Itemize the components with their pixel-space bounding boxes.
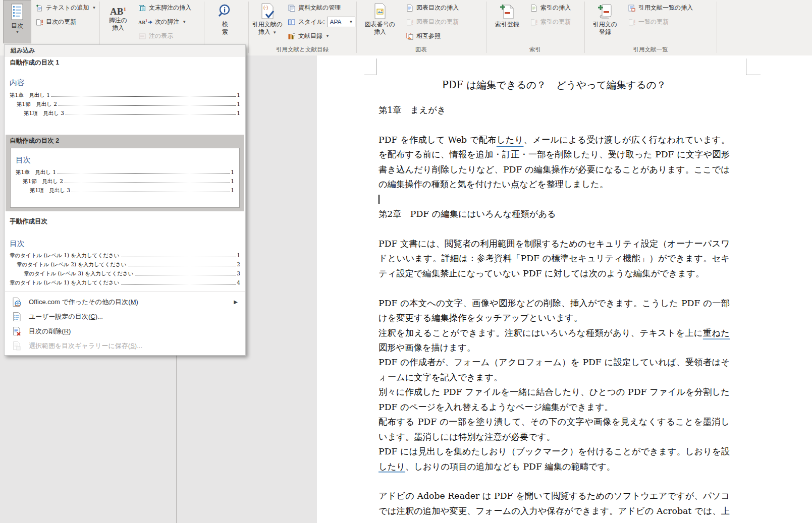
style-combobox[interactable]: APA ▼ [327, 17, 355, 27]
chevron-down-icon: ▼ [349, 20, 353, 24]
toc-preview-entry: 第1節 見出し 21 [10, 101, 240, 110]
mark-citation-button[interactable]: 引用文の 登録 [588, 0, 622, 43]
word-window: 目次 ▼ テキストの追加 ▼ 目次の更新 AB1 脚注の 挿入 [i] 文末脚注… [0, 0, 812, 523]
toc-preview-entry: 第1節 見出し 21 [16, 178, 234, 187]
update-index-label: 索引の更新 [540, 18, 571, 26]
style-label: スタイル: [298, 18, 324, 26]
gallery-item-automatic-toc-2[interactable]: 自動作成の目次 2 目次 第1章 見出し 11 第1節 見出し 21 第1項 見… [6, 135, 244, 211]
bibliography-label: 文献目録 [298, 32, 322, 40]
text-line: したり、しおりの項目の追加なども PDF 編集の範疇です。 [378, 459, 730, 474]
menu-item-custom-toc[interactable]: ユーザー設定の目次(C)... [5, 309, 245, 324]
group-separator [584, 2, 585, 53]
chevron-down-icon: ▼ [273, 30, 277, 35]
show-notes-button: 注の表示 [136, 30, 175, 42]
group-label-index: 索引 [486, 46, 584, 53]
text-line: アドビの Adobe Reader は PDF を開いて閲覧するためのソフトウエ… [378, 489, 730, 503]
text-line: 第2章 PDF の編集にはいろんな種類がある [378, 207, 730, 221]
menu-separator [5, 292, 245, 292]
menu-item-more-toc-office-com[interactable]: Office.com で作ったその他の目次(M) ▶ [5, 295, 245, 309]
toc-gallery-dropdown: 組み込み 自動作成の目次 1 内容 第1章 見出し 11 第1節 見出し 21 … [4, 44, 246, 356]
next-footnote-label: 次の脚注 [155, 18, 179, 26]
insert-index-icon [530, 4, 538, 12]
builtin-section-header: 組み込み [5, 45, 245, 56]
chevron-down-icon: ▼ [182, 20, 186, 24]
update-tof-button: 図表目次の更新 [404, 16, 461, 28]
update-index-button: 索引の更新 [528, 16, 573, 28]
text-line: 別々に作成した PDF ファイルを一緒に結合したり、ひとつの PDF ファイルを… [378, 385, 730, 399]
blank-line [378, 281, 730, 296]
text-line: の編集操作の種類と気を付けたい点などを整理しました。 [378, 177, 730, 192]
toc-button-label: 目次 [11, 22, 23, 30]
group-separator [248, 2, 249, 53]
insert-toa-icon [628, 4, 636, 12]
group-label-toa: 引用文献一覧 [584, 46, 717, 53]
cross-reference-icon [406, 32, 414, 40]
gallery-title: 手動作成目次 [10, 217, 240, 226]
bibliography-icon [288, 32, 296, 40]
save-gallery-icon [12, 341, 22, 351]
update-toc-button[interactable]: 目次の更新 [33, 16, 78, 28]
gallery-item-automatic-toc-1[interactable]: 自動作成の目次 1 内容 第1章 見出し 11 第1節 見出し 21 第1項 見… [10, 59, 240, 119]
next-footnote-icon: AB1 [138, 19, 152, 25]
update-toa-button: 一覧の更新 [626, 16, 671, 28]
update-toc-icon [35, 18, 43, 26]
grammar-underline: したり [378, 461, 405, 472]
gallery-item-manual-toc[interactable]: 手動作成目次 目次 章のタイトル (レベル 1) を入力してください1 章のタイ… [10, 217, 240, 289]
remove-toc-icon [12, 326, 22, 336]
cross-reference-label: 相互参照 [416, 32, 441, 40]
text-line: 注釈を加えることができます。注釈にはいろいろな種類があり、テキストを上に重ねたり… [378, 326, 730, 340]
menu-item-save-selection-to-gallery: 選択範囲を目次ギャラリーに保存(S)... [5, 338, 245, 353]
style-icon [288, 18, 296, 26]
chevron-down-icon: ▼ [16, 30, 20, 34]
insert-footnote-button[interactable]: AB1 脚注の 挿入 [102, 0, 134, 43]
custom-toc-icon [12, 312, 22, 322]
update-tof-icon [406, 18, 414, 26]
update-tof-label: 図表目次の更新 [416, 18, 459, 26]
toc-preview-entry: 第1項 見出し 31 [16, 187, 234, 196]
toc-preview-heading: 目次 [16, 155, 234, 165]
insert-citation-button[interactable]: (-) 引用文献の 挿入 ▼ [251, 0, 284, 43]
document-page[interactable]: PDF は編集できるの？ どうやって編集するの？ 第1章 まえがきPDF を作成… [317, 55, 812, 523]
text-line: 配布する PDF の一部を塗り潰して、その下の文字や画像を見えなくすることを墨消… [378, 415, 730, 429]
insert-toa-button[interactable]: 引用文献一覧の挿入 [626, 2, 695, 14]
insert-tof-button[interactable]: 図表目次の挿入 [404, 2, 461, 14]
toc-preview: 内容 第1章 見出し 11 第1節 見出し 21 第1項 見出し 31 [10, 78, 240, 119]
next-footnote-button[interactable]: AB1 次の脚注 ▼ [136, 16, 188, 28]
text-line: 書き込んだり削除したりなど、PDF の編集操作が必要になることがあります。ここで… [378, 162, 730, 177]
insert-endnote-button[interactable]: [i] 文末脚注の挿入 [136, 2, 193, 14]
toc-preview-entry: 第1項 見出し 31 [10, 110, 240, 119]
cross-reference-button[interactable]: 相互参照 [404, 30, 443, 42]
toc-preview-entry: 第1章 見出し 11 [16, 169, 234, 178]
grammar-underline: したり [497, 135, 524, 145]
mark-index-entry-button[interactable]: 索引登録 [491, 0, 524, 43]
insert-tof-icon [406, 4, 414, 12]
insert-caption-button[interactable]: 図表番号の 挿入 [361, 0, 399, 43]
search-button[interactable]: 検 索 [206, 0, 244, 43]
show-notes-icon [138, 32, 146, 40]
document-lines: 第1章 まえがきPDF を作成して Web で配布したり、メールによる受け渡しが… [378, 103, 730, 518]
bibliography-button[interactable]: 文献目録 ▼ [286, 30, 332, 42]
text-line: ォームに文字を記入できます。 [378, 370, 730, 385]
toc-preview: 目次 章のタイトル (レベル 1) を入力してください1 章のタイトル (レベル… [10, 239, 240, 288]
insert-index-label: 索引の挿入 [540, 4, 571, 12]
toc-icon [11, 4, 24, 22]
add-text-icon [35, 4, 43, 12]
insert-endnote-label: 文末脚注の挿入 [149, 4, 191, 12]
group-separator [356, 2, 357, 53]
text-line: PDF 文書には、閲覧者の利用範囲を制限するためのセキュリティ設定（オーナーパス… [378, 237, 730, 251]
toc-button[interactable]: 目次 ▼ [3, 0, 31, 43]
insert-index-button[interactable]: 索引の挿入 [528, 2, 573, 14]
toc-preview: 目次 第1章 見出し 11 第1節 見出し 21 第1項 見出し 31 [10, 148, 240, 208]
manage-sources-button[interactable]: 資料文献の管理 [286, 2, 343, 14]
text-line: 第1章 まえがき [378, 103, 730, 118]
group-label-captions: 図表 [356, 46, 486, 53]
menu-item-remove-toc[interactable]: 目次の削除(R) [5, 324, 245, 338]
text-line: PDF のページを入れ替えるようなページ編集ができます。 [378, 400, 730, 415]
document-title: PDF は編集できるの？ どうやって編集するの？ [378, 78, 730, 92]
text-line: では注釈の追加や変更、フォームの入力や保存ができます。アドビの Acrobat … [378, 504, 730, 518]
gallery-title: 自動作成の目次 1 [10, 59, 240, 67]
add-text-button[interactable]: テキストの追加 ▼ [33, 2, 98, 14]
insert-citation-icon: (-) [260, 3, 275, 21]
mark-index-entry-icon [499, 3, 515, 21]
chevron-down-icon: ▼ [92, 6, 96, 10]
